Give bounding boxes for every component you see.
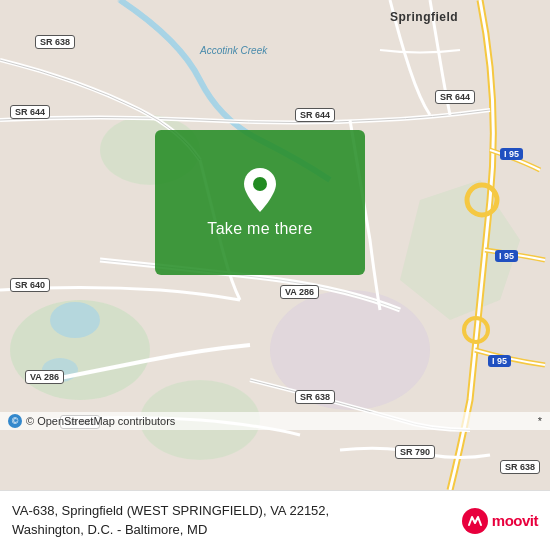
sr644-left-shield: SR 644 <box>10 105 50 119</box>
moovit-icon <box>461 507 489 535</box>
springfield-label: Springfield <box>390 10 458 24</box>
sr640-shield: SR 640 <box>10 278 50 292</box>
footer-address: VA-638, Springfield (WEST SPRINGFIELD), … <box>12 502 451 538</box>
i95-mid-shield: I 95 <box>495 250 518 262</box>
footer: VA-638, Springfield (WEST SPRINGFIELD), … <box>0 490 550 550</box>
sr644-right-shield: SR 644 <box>435 90 475 104</box>
osm-circle-icon: © <box>8 414 22 428</box>
va286-left-shield: VA 286 <box>25 370 64 384</box>
sr638-bottom-shield: SR 638 <box>295 390 335 404</box>
moovit-name: moovit <box>492 512 538 529</box>
take-me-there-overlay[interactable]: Take me there <box>155 130 365 275</box>
moovit-logo: moovit <box>461 507 538 535</box>
take-me-there-button[interactable]: Take me there <box>207 220 312 238</box>
attribution-text: © OpenStreetMap contributors <box>26 415 175 427</box>
map-container: Springfield Accotink Creek SR 638 SR 644… <box>0 0 550 490</box>
address-line1: VA-638, Springfield (WEST SPRINGFIELD), … <box>12 503 329 518</box>
svg-point-6 <box>50 302 100 338</box>
i95-top-shield: I 95 <box>500 148 523 160</box>
asterisk: * <box>538 415 542 427</box>
sr638-right-shield: SR 638 <box>500 460 540 474</box>
sr638-top-shield: SR 638 <box>35 35 75 49</box>
svg-point-10 <box>253 177 267 191</box>
address-line2: Washington, D.C. - Baltimore, MD <box>12 522 207 537</box>
accotink-creek-label: Accotink Creek <box>200 45 267 56</box>
sr644-top-shield: SR 644 <box>295 108 335 122</box>
location-pin-icon <box>242 168 278 212</box>
va286-center-shield: VA 286 <box>280 285 319 299</box>
map-attribution: © © OpenStreetMap contributors * <box>0 412 550 430</box>
sr790-shield: SR 790 <box>395 445 435 459</box>
i95-bottom-shield: I 95 <box>488 355 511 367</box>
